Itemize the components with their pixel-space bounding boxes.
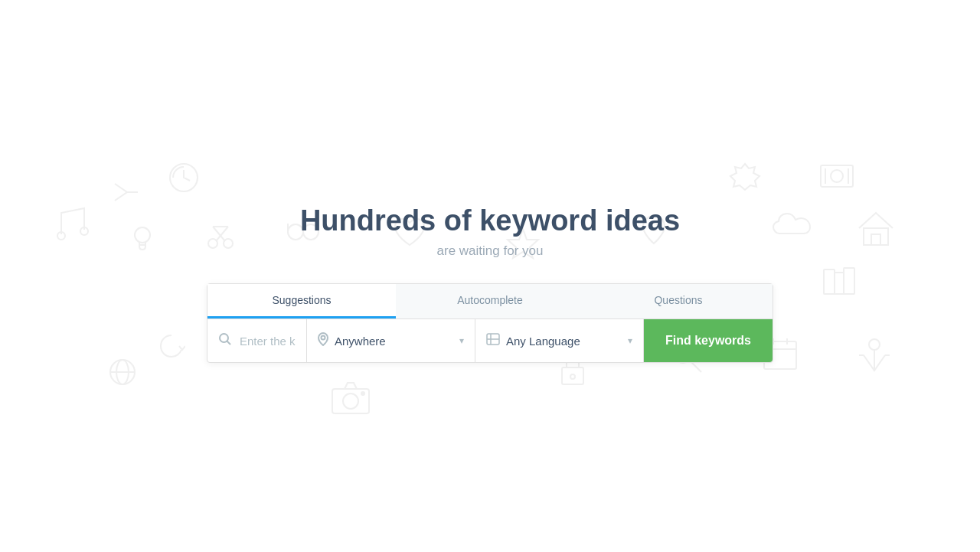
tab-questions[interactable]: Questions — [584, 284, 773, 318]
main-content: Hundreds of keyword ideas are waiting fo… — [0, 0, 980, 552]
search-card: Suggestions Autocomplete Questions — [207, 283, 773, 363]
language-wrap: Any Language English Spanish French ▾ — [475, 319, 644, 362]
location-wrap: Anywhere United States United Kingdom Ca… — [307, 319, 475, 362]
search-icon — [218, 332, 232, 350]
tab-autocomplete[interactable]: Autocomplete — [396, 284, 584, 318]
tab-bar: Suggestions Autocomplete Questions — [207, 284, 773, 319]
language-chevron-icon: ▾ — [628, 335, 632, 346]
sub-headline: are waiting for you — [437, 243, 544, 259]
keyword-input[interactable] — [240, 335, 296, 348]
location-select[interactable]: Anywhere United States United Kingdom Ca… — [335, 335, 456, 348]
svg-line-62 — [227, 341, 231, 345]
search-row: Anywhere United States United Kingdom Ca… — [207, 319, 773, 362]
keyword-input-wrap — [207, 319, 307, 362]
find-keywords-button[interactable]: Find keywords — [644, 319, 773, 362]
tab-suggestions[interactable]: Suggestions — [207, 284, 396, 318]
svg-point-61 — [220, 334, 228, 342]
language-icon — [486, 333, 500, 348]
svg-point-63 — [321, 336, 325, 340]
language-select[interactable]: Any Language English Spanish French — [506, 335, 625, 348]
location-pin-icon — [318, 332, 328, 349]
main-headline: Hundreds of keyword ideas — [300, 204, 680, 237]
location-chevron-icon: ▾ — [459, 335, 464, 346]
